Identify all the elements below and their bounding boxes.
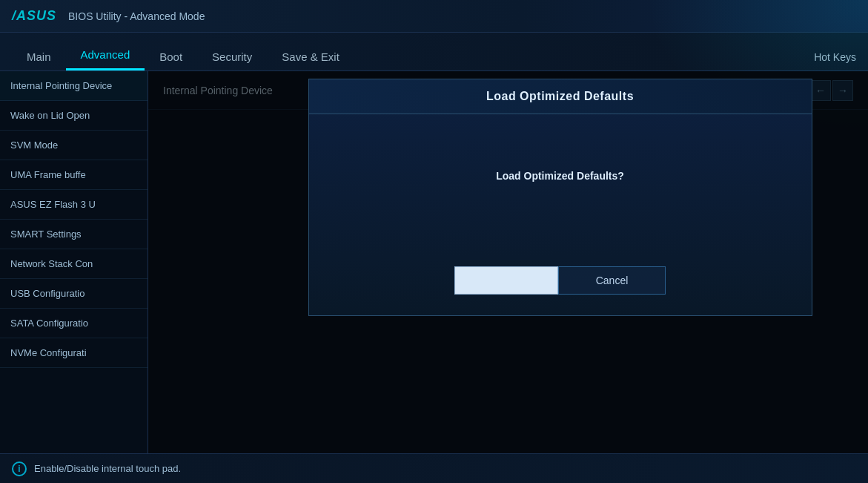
menu-item-nvme-config[interactable]: NVMe Configurati [0, 338, 148, 368]
menu-item-uma-frame[interactable]: UMA Frame buffe [0, 160, 148, 190]
hot-keys-label: Hot Keys [814, 51, 856, 70]
nav-item-advanced[interactable]: Advanced [66, 42, 145, 70]
nav-item-security[interactable]: Security [197, 45, 267, 70]
nav-item-boot[interactable]: Boot [145, 45, 197, 70]
menu-item-asus-ez-flash[interactable]: ASUS EZ Flash 3 U [0, 190, 148, 220]
menu-item-svm-mode[interactable]: SVM Mode [0, 131, 148, 160]
dialog-footer: Cancel [309, 252, 812, 315]
dialog-box: Load Optimized Defaults Load Optimized D… [308, 79, 812, 316]
nav-bar: Main Advanced Boot Security Save & Exit … [0, 33, 868, 71]
status-text: Enable/Disable internal touch pad. [34, 463, 181, 474]
dialog-title-text: Load Optimized Defaults [486, 90, 634, 102]
dialog-body: Load Optimized Defaults? [309, 114, 812, 252]
dialog-ok-button[interactable] [454, 266, 558, 295]
content-area: Internal Pointing Device Enabled ← → Loa… [148, 71, 868, 453]
menu-item-smart-settings[interactable]: SMART Settings [0, 220, 148, 249]
dialog-title-bar: Load Optimized Defaults [309, 79, 812, 114]
dialog-question: Load Optimized Defaults? [496, 170, 624, 182]
nav-item-main[interactable]: Main [12, 45, 66, 70]
info-icon: i [12, 461, 27, 476]
header-bar: /ASUS BIOS Utility - Advanced Mode [0, 0, 868, 33]
dialog-overlay: Load Optimized Defaults Load Optimized D… [148, 71, 868, 453]
dialog-cancel-button[interactable]: Cancel [558, 266, 666, 295]
header-title: BIOS Utility - Advanced Mode [68, 10, 205, 22]
status-bar: i Enable/Disable internal touch pad. [0, 453, 868, 483]
menu-list: Internal Pointing Device Wake on Lid Ope… [0, 71, 148, 453]
nav-item-save-exit[interactable]: Save & Exit [267, 45, 354, 70]
menu-item-internal-pointing[interactable]: Internal Pointing Device [0, 71, 148, 101]
menu-item-usb-config[interactable]: USB Configuratio [0, 279, 148, 309]
menu-item-wake-on-lid[interactable]: Wake on Lid Open [0, 101, 148, 131]
menu-item-sata-config[interactable]: SATA Configuratio [0, 309, 148, 338]
menu-item-network-stack[interactable]: Network Stack Con [0, 249, 148, 279]
asus-logo: /ASUS [12, 8, 56, 24]
